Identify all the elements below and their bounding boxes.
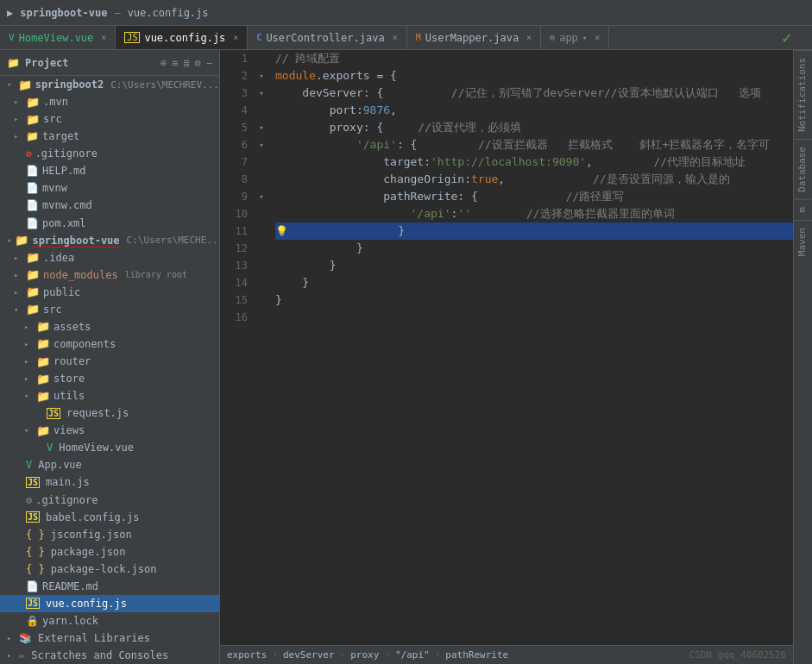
chevron-springboot-vue <box>7 236 11 245</box>
code-port-val: 9876 <box>363 102 390 119</box>
tree-vueconfig2-label: vue.config.js <box>46 598 127 610</box>
chevron-components <box>24 340 33 348</box>
tree-idea[interactable]: 📁 .idea <box>0 249 219 266</box>
sidebar-icon-1[interactable]: ⊕ <box>161 57 167 69</box>
code-indent-14 <box>275 274 302 291</box>
tree-requestjs[interactable]: JS request.js <box>0 404 219 422</box>
sidebar-icon-gear[interactable]: ⚙ <box>195 57 201 69</box>
tab-homeview-close[interactable]: × <box>101 33 106 42</box>
file-requestjs-icon: JS <box>47 408 60 419</box>
code-comment-10: //选择忽略拦截器里面的单词 <box>526 205 675 222</box>
sidebar-m[interactable]: m <box>794 199 812 220</box>
chevron-mvn <box>14 97 22 106</box>
tab-vueconfig[interactable]: JS vue.config.js × <box>116 26 248 49</box>
sidebar-notifications[interactable]: Notifications <box>794 50 812 139</box>
tree-yarnlock[interactable]: 🔒 yarn.lock <box>0 612 219 630</box>
folder-utils-icon: 📁 <box>36 390 50 403</box>
chevron-target <box>14 132 22 141</box>
fold-arrows: ▾ ▾ ▾ ▾ ▾ <box>255 50 268 645</box>
folder-components-icon: 📁 <box>36 337 50 350</box>
tree-springboot-vue[interactable]: 📁 springboot-vue C:\Users\MECHE... <box>0 232 219 249</box>
tree-src2[interactable]: 📁 src <box>0 301 219 318</box>
tree-vueconfig2[interactable]: JS vue.config.js <box>0 595 219 612</box>
tree-router[interactable]: 📁 router <box>0 353 219 370</box>
code-line-15: } <box>275 291 793 309</box>
tab-app-close[interactable]: × <box>595 33 600 42</box>
chevron-src2 <box>14 305 22 314</box>
code-indent-3 <box>275 85 302 102</box>
sidebar-header-icons: ⊕ ≡ ≣ ⚙ − <box>161 57 212 69</box>
folder-springboot-vue-icon: 📁 <box>15 234 28 247</box>
tree-packagelockjson[interactable]: { } package-lock.json <box>0 561 219 578</box>
sidebar-maven[interactable]: Maven <box>794 220 812 263</box>
tree-external[interactable]: 📚 External Libraries <box>0 630 219 647</box>
tree-idea-label: .idea <box>43 252 74 264</box>
code-indent-4 <box>275 102 330 119</box>
sidebar-database[interactable]: Database <box>794 139 812 199</box>
bulb-icon: 💡 <box>275 222 288 240</box>
tree-gitignore1[interactable]: ⚙ .gitignore <box>0 145 219 162</box>
tree-springboot2-path: C:\Users\MECHREV... <box>110 79 219 91</box>
tree-jsconfig[interactable]: { } jsconfig.json <box>0 526 219 543</box>
sidebar-icon-3[interactable]: ≣ <box>183 57 189 69</box>
sidebar-icon-2[interactable]: ≡ <box>172 57 178 69</box>
tree-node-modules[interactable]: 📁 node_modules library root <box>0 266 219 284</box>
tab-usercontroller-close[interactable]: × <box>393 33 398 42</box>
tree-store[interactable]: 📁 store <box>0 370 219 387</box>
tree-springboot2[interactable]: 📁 springboot2 C:\Users\MECHREV... <box>0 76 219 93</box>
code-indent-8 <box>275 171 383 188</box>
code-line-6: '/api' : { //设置拦截器 拦截格式 斜杠+拦截器名字，名字可 <box>275 136 793 153</box>
tree-homeview2[interactable]: V HomeView.vue <box>0 439 219 456</box>
tree-public[interactable]: 📁 public <box>0 284 219 301</box>
chevron-src1 <box>14 115 22 123</box>
tree-scratches[interactable]: ✏ Scratches and Consoles <box>0 647 219 664</box>
code-indent-5a <box>275 119 330 136</box>
sidebar-icon-minus[interactable]: − <box>206 57 212 69</box>
tree-utils[interactable]: 📁 utils <box>0 387 219 404</box>
tree-assets[interactable]: 📁 assets <box>0 318 219 335</box>
tab-usermapper[interactable]: M UserMapper.java × <box>407 26 541 49</box>
external-icon: 📚 <box>19 632 32 644</box>
tab-usercontroller[interactable]: C UserController.java × <box>248 26 406 49</box>
code-line-14: } <box>275 274 793 291</box>
code-colon-9: : { <box>457 188 477 205</box>
tree-mvnwcmd[interactable]: 📄 mvnw.cmd <box>0 197 219 214</box>
tab-app-icon: ⚙ <box>550 33 555 42</box>
tree-utils-label: utils <box>54 390 85 402</box>
tree-gitignore2[interactable]: ⚙ .gitignore <box>0 492 219 509</box>
code-true: true <box>471 171 498 188</box>
code-line-16 <box>275 309 793 326</box>
chevron-views <box>24 426 33 435</box>
tree-mvnw[interactable]: 📄 mvnw <box>0 179 219 197</box>
tab-usermapper-label: UserMapper.java <box>425 32 519 44</box>
breadcrumb-pathrewrite: pathRewrite <box>445 649 508 661</box>
tree-views[interactable]: 📁 views <box>0 422 219 439</box>
tab-dropdown-icon[interactable]: ▾ <box>582 34 587 42</box>
tab-app[interactable]: ⚙ app ▾ × <box>541 26 609 49</box>
tree-readmemd[interactable]: 📄 README.md <box>0 578 219 595</box>
tab-homeview[interactable]: V HomeView.vue × <box>0 26 116 49</box>
folder-views-icon: 📁 <box>36 424 50 437</box>
tree-packagejson[interactable]: { } package.json <box>0 543 219 561</box>
tree-helpmd[interactable]: 📄 HELP.md <box>0 162 219 179</box>
tree-appvue[interactable]: V App.vue <box>0 456 219 473</box>
tree-src1-label: src <box>43 113 62 125</box>
tab-app-label: app <box>559 32 578 44</box>
tree-components[interactable]: 📁 components <box>0 335 219 353</box>
file-jsconfig-icon: { } <box>26 529 45 541</box>
tab-homeview-label: HomeView.vue <box>19 32 94 44</box>
tree-mvn[interactable]: 📁 .mvn <box>0 93 219 110</box>
chevron-public <box>14 288 22 297</box>
tree-node-modules-suffix: library root <box>125 270 187 279</box>
title-bar-separator: – <box>114 7 120 19</box>
code-content[interactable]: // 跨域配置 module.exports = { devServer : {… <box>268 50 793 645</box>
tab-usermapper-close[interactable]: × <box>526 33 532 42</box>
tree-target[interactable]: 📁 target <box>0 128 219 145</box>
tree-src1[interactable]: 📁 src <box>0 110 219 128</box>
tree-mainjs[interactable]: JS main.js <box>0 473 219 491</box>
tree-pomxml[interactable]: 📄 pom.xml <box>0 215 219 232</box>
m-label: m <box>796 207 808 213</box>
code-comment-5: //设置代理，必须填 <box>418 119 521 136</box>
tab-vueconfig-close[interactable]: × <box>233 33 238 42</box>
tree-babelconfig[interactable]: JS babel.config.js <box>0 509 219 526</box>
